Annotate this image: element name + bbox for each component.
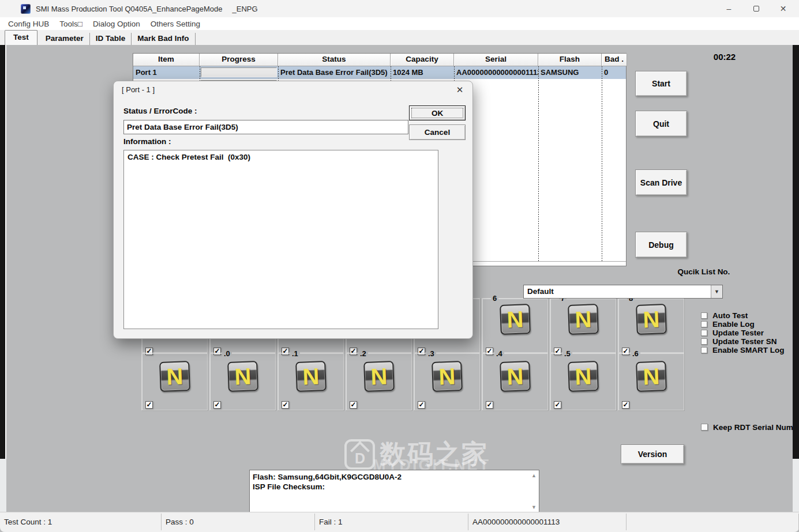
column-header-item[interactable]: Item xyxy=(133,54,200,66)
table-row[interactable]: Port 1Pret Data Base Error Fail(3D5)1024… xyxy=(133,66,626,79)
tabstrip: TestParameterID TableMark Bad Info xyxy=(0,30,799,45)
maximize-icon[interactable] xyxy=(742,0,770,17)
window-frame-left xyxy=(0,45,5,459)
port-checkbox[interactable] xyxy=(145,401,153,409)
progress-cell xyxy=(200,66,278,79)
status-errorcode-field[interactable]: Pret Data Base Error Fail(3D5) xyxy=(123,120,408,134)
port-drive-icon: N xyxy=(636,361,667,392)
column-header-capacity[interactable]: Capacity xyxy=(391,54,454,66)
scan-drive-button[interactable]: Scan Drive xyxy=(635,169,687,195)
keep-rdt-option[interactable]: Keep RDT Serial Num xyxy=(701,423,793,431)
menu-item-others-setting[interactable]: Others Setting xyxy=(145,20,205,28)
scroll-up-icon[interactable]: ▲ xyxy=(531,473,537,478)
quit-button[interactable]: Quit xyxy=(635,111,687,137)
quick-list-combobox[interactable]: Default ▼ xyxy=(523,285,723,299)
port-checkbox[interactable] xyxy=(418,401,425,409)
port-panel-bottom-8[interactable]: .6N xyxy=(618,353,684,410)
enable-log-checkbox[interactable] xyxy=(701,321,707,327)
port-panel-bottom-2[interactable]: .0N xyxy=(209,353,276,410)
n-letter: N xyxy=(575,308,592,331)
option-enable-log[interactable]: Enable Log xyxy=(701,320,755,328)
cell-bad: 0 xyxy=(602,66,627,79)
option-enable-smart-log[interactable]: Enable SMART Log xyxy=(701,346,785,354)
window-title-suffix: _ENPG xyxy=(232,5,258,13)
information-label: Information : xyxy=(123,137,171,146)
column-header-progress[interactable]: Progress xyxy=(200,54,278,66)
port-checkbox[interactable] xyxy=(350,401,357,409)
update-tester-checkbox[interactable] xyxy=(701,330,707,336)
status-test-count: Test Count : 1 xyxy=(0,514,162,530)
table-header-row: ItemProgressStatusCapacitySerialFlashBad… xyxy=(133,54,626,66)
menu-item-tools[interactable]: Tools□ xyxy=(54,20,88,28)
tab-mark-bad-info[interactable]: Mark Bad Info xyxy=(132,33,195,45)
ok-button[interactable]: OK xyxy=(409,105,466,120)
tab-test[interactable]: Test xyxy=(5,30,37,45)
port-checkbox[interactable] xyxy=(282,401,289,409)
n-letter: N xyxy=(507,365,524,388)
cell-flash xyxy=(538,79,602,92)
port-drive-icon: N xyxy=(568,361,599,392)
port-panel-label: 6 xyxy=(491,294,498,303)
minimize-icon[interactable]: – xyxy=(715,0,742,17)
port-checkbox[interactable] xyxy=(554,401,561,409)
n-letter: N xyxy=(643,308,660,331)
column-header-flash[interactable]: Flash xyxy=(538,54,602,66)
enable-smart-log-checkbox[interactable] xyxy=(701,347,707,353)
flash-info-line2: ISP File Checksum: xyxy=(253,482,527,492)
keep-rdt-checkbox[interactable] xyxy=(701,424,708,431)
option-auto-test[interactable]: Auto Test xyxy=(701,311,748,319)
menu-item-config-hub[interactable]: Config HUB xyxy=(3,20,54,28)
option-label: Auto Test xyxy=(712,311,748,320)
scroll-down-icon[interactable]: ▼ xyxy=(531,504,537,510)
port-error-dialog: [ Port - 1 ] ✕ Status / ErrorCode : Pret… xyxy=(113,81,473,339)
port-panel-bottom-4[interactable]: .2N xyxy=(346,353,412,410)
auto-test-checkbox[interactable] xyxy=(701,312,707,319)
port-panel-bottom-1[interactable]: N xyxy=(141,353,208,410)
option-update-tester[interactable]: Update Tester xyxy=(701,329,764,337)
port-panel-label: .0 xyxy=(222,349,232,358)
menu-item-dialog-option[interactable]: Dialog Option xyxy=(88,20,145,28)
port-panel-bottom-7[interactable]: .5N xyxy=(550,353,616,410)
information-textarea[interactable]: CASE : Check Pretest Fail (0x30) xyxy=(123,150,438,329)
port-panel-bottom-3[interactable]: .1N xyxy=(277,353,344,410)
port-panel-bottom-5[interactable]: .3N xyxy=(414,353,480,410)
close-icon[interactable]: ✕ xyxy=(770,0,797,17)
elapsed-timer: 00:22 xyxy=(696,52,753,62)
status-pass: Pass : 0 xyxy=(162,514,315,530)
option-update-tester-sn[interactable]: Update Tester SN xyxy=(701,337,777,345)
port-panel-label: .6 xyxy=(631,349,640,358)
start-button[interactable]: Start xyxy=(635,71,687,96)
port-panel-label: .4 xyxy=(494,349,504,358)
frame-below-left xyxy=(0,459,6,512)
app-window: SMI Mass Production Tool Q0405A_EnhanceP… xyxy=(0,0,799,532)
port-checkbox[interactable] xyxy=(486,401,493,409)
n-letter: N xyxy=(234,365,252,388)
port-panel-top-6[interactable]: 6N xyxy=(482,298,548,353)
column-header-status[interactable]: Status xyxy=(278,54,391,66)
update-tester-sn-checkbox[interactable] xyxy=(701,338,707,345)
frame-below-right xyxy=(793,459,799,512)
column-header-bad[interactable]: Bad . xyxy=(602,54,627,66)
option-label: Enable Log xyxy=(712,320,755,329)
option-label: Update Tester xyxy=(712,329,764,337)
port-drive-icon: N xyxy=(295,361,327,392)
version-button[interactable]: Version xyxy=(621,444,684,464)
dialog-close-icon[interactable]: ✕ xyxy=(453,84,467,96)
port-panel-bottom-6[interactable]: .4N xyxy=(482,353,548,410)
cell-bad xyxy=(602,79,627,92)
column-header-serial[interactable]: Serial xyxy=(454,54,538,66)
tab-parameter[interactable]: Parameter xyxy=(40,33,90,45)
flash-info-box[interactable]: Flash: Samsung,64Gbit,K9GCGD8U0A-2 ISP F… xyxy=(249,470,539,513)
port-drive-icon: N xyxy=(500,304,531,335)
debug-button[interactable]: Debug xyxy=(635,232,687,258)
port-panel-top-7[interactable]: 7N xyxy=(550,298,616,353)
option-label: Update Tester SN xyxy=(712,337,777,346)
port-checkbox[interactable] xyxy=(213,401,221,409)
chevron-down-icon[interactable]: ▼ xyxy=(711,285,722,298)
port-checkbox[interactable] xyxy=(622,401,629,409)
n-letter: N xyxy=(575,365,592,388)
option-label: Enable SMART Log xyxy=(712,346,785,354)
tab-id-table[interactable]: ID Table xyxy=(90,33,132,45)
port-panel-top-8[interactable]: 8N xyxy=(618,298,684,353)
cancel-button[interactable]: Cancel xyxy=(409,124,466,140)
